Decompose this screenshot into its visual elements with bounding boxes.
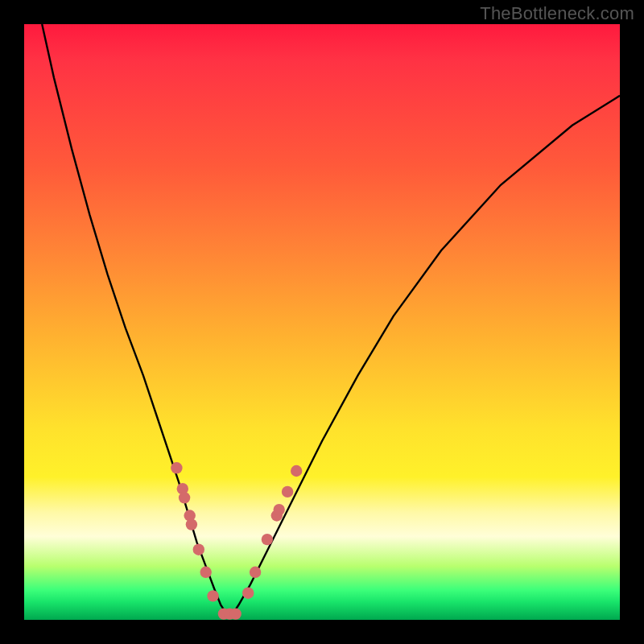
- curve-marker: [242, 588, 254, 599]
- curve-marker: [207, 590, 218, 601]
- curve-marker: [230, 608, 242, 619]
- curve-marker: [250, 567, 261, 578]
- curve-marker: [186, 518, 197, 530]
- curve-marker: [171, 462, 182, 473]
- bottleneck-curve-path: [42, 24, 620, 614]
- curve-marker: [193, 544, 204, 555]
- curve-markers: [171, 462, 302, 620]
- curve-marker: [200, 567, 212, 578]
- plot-area: [24, 24, 620, 620]
- curve-marker: [274, 504, 285, 515]
- curve-marker: [282, 486, 293, 497]
- curve-marker: [262, 534, 273, 545]
- bottleneck-curve-svg: [24, 24, 620, 620]
- chart-frame: TheBottleneck.com: [0, 0, 644, 644]
- curve-marker: [291, 465, 302, 477]
- curve-marker: [179, 492, 190, 503]
- watermark-text: TheBottleneck.com: [480, 3, 634, 24]
